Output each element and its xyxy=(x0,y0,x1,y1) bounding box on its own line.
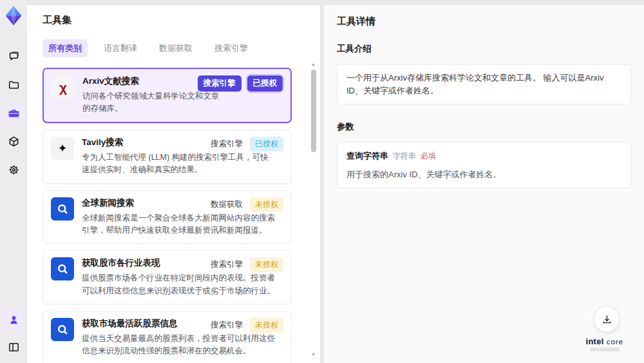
category-badge: 搜索引擎 xyxy=(209,137,244,152)
scroll-up-icon[interactable]: ▲ xyxy=(311,62,316,67)
tool-description: 提供当天交易量最高的股票列表，投资者可以利用这些信息来识别流动性强的股票和潜在的… xyxy=(82,333,275,358)
intro-section-title: 工具介绍 xyxy=(337,43,631,55)
scroll-down-icon[interactable]: ▼ xyxy=(311,352,316,357)
param-description: 用于搜索的Arxiv ID、关键字或作者姓名。 xyxy=(346,168,621,181)
gear-icon xyxy=(8,164,20,176)
auth-status-badge: 未授权 xyxy=(250,257,283,272)
category-tab[interactable]: 语言翻译 xyxy=(98,39,143,57)
param-required-badge: 必填 xyxy=(421,150,436,162)
sidebar-item-panel[interactable] xyxy=(4,337,23,357)
cube-icon xyxy=(8,135,20,148)
category-badge: 搜索引擎 xyxy=(209,257,244,272)
tool-description: 提供股票市场各个行业在特定时间段内的表现。投资者可以利用这些信息来识别表现优于或… xyxy=(82,272,275,297)
tool-description: 专为人工智能代理 (LLM) 构建的搜索引擎工具，可快速提供实时、准确和真实的结… xyxy=(82,152,275,177)
category-tab[interactable]: 所有类别 xyxy=(43,39,88,57)
user-icon xyxy=(8,314,20,326)
sidebar-item-gear[interactable] xyxy=(4,160,23,179)
sidebar-item-briefcase[interactable] xyxy=(4,103,23,123)
sidebar-item-cube[interactable] xyxy=(4,132,23,151)
params-section-title: 参数 xyxy=(337,121,631,133)
scroll-thumb[interactable] xyxy=(311,70,316,152)
detail-title: 工具详情 xyxy=(337,15,631,28)
folder-icon xyxy=(8,79,20,91)
tool-list-item[interactable]: χ Arxiv文献搜索 访问各个研究领域大量科学论文和文章的存储库。 搜索引擎 … xyxy=(43,68,292,123)
intel-core-logo: intel core xyxy=(585,337,623,351)
page-title: 工具集 xyxy=(43,14,305,26)
chat-icon xyxy=(8,50,20,63)
left-sidebar xyxy=(0,0,27,363)
category-tab[interactable]: 数据获取 xyxy=(153,39,198,57)
download-icon xyxy=(601,314,612,325)
brand-subline xyxy=(590,348,620,351)
download-button[interactable] xyxy=(594,306,620,332)
category-badge: 数据获取 xyxy=(209,197,244,212)
scroll-track[interactable] xyxy=(311,67,316,352)
app-logo-icon[interactable] xyxy=(4,5,23,26)
tool-list-panel: 工具集 所有类别语言翻译数据获取搜索引擎 χ Arxiv文献搜索 访问各个研究领… xyxy=(27,5,320,363)
tool-detail-panel: 工具详情 工具介绍 一个用于从Arxiv存储库搜索科学论文和文章的工具。 输入可… xyxy=(324,5,644,363)
sidebar-item-folder[interactable] xyxy=(4,75,23,94)
param-box: 查询字符串 字符串 必填 用于搜索的Arxiv ID、关键字或作者姓名。 xyxy=(337,142,631,188)
sidebar-item-chat[interactable] xyxy=(4,46,23,66)
tool-list: χ Arxiv文献搜索 访问各个研究领域大量科学论文和文章的存储库。 搜索引擎 … xyxy=(43,68,305,363)
category-badge: 搜索引擎 xyxy=(209,318,244,333)
auth-status-badge: 未授权 xyxy=(250,318,283,333)
brand-intel: intel xyxy=(585,337,603,346)
tool-list-item[interactable]: 获取市场最活跃股票信息 提供当天交易量最高的股票列表，投资者可以利用这些信息来识… xyxy=(43,311,292,363)
sidebar-item-user[interactable] xyxy=(4,310,23,329)
blue-search-icon xyxy=(51,318,74,341)
param-type: 字符串 xyxy=(393,150,416,162)
scrollbar[interactable]: ▲ ▼ xyxy=(310,62,316,357)
arxiv-icon: χ xyxy=(52,75,75,99)
category-tab[interactable]: 搜索引擎 xyxy=(209,39,254,57)
panel-icon xyxy=(8,341,20,353)
auth-status-badge: 已授权 xyxy=(250,137,283,152)
briefcase-icon xyxy=(8,107,20,119)
blue-search-icon xyxy=(51,197,74,221)
tool-list-item[interactable]: 全球新闻搜索 全球新闻搜索是一个聚合全球各大新闻网站内容的搜索引擎，帮助用户快速… xyxy=(43,190,292,244)
category-badge: 搜索引擎 xyxy=(198,75,242,92)
tool-description: 访问各个研究领域大量科学论文和文章的存储库。 xyxy=(82,90,224,115)
param-name: 查询字符串 xyxy=(346,150,388,162)
auth-status-badge: 已授权 xyxy=(247,75,283,92)
tool-list-item[interactable]: ✦ Tavily搜索 专为人工智能代理 (LLM) 构建的搜索引擎工具，可快速提… xyxy=(43,130,292,184)
category-tabs: 所有类别语言翻译数据获取搜索引擎 xyxy=(43,39,305,57)
auth-status-badge: 未授权 xyxy=(250,197,283,212)
blue-search-icon xyxy=(51,257,74,280)
sparkle-icon: ✦ xyxy=(51,137,74,160)
tool-description: 全球新闻搜索是一个聚合全球各大新闻网站内容的搜索引擎，帮助用户快速获取全球最新资… xyxy=(82,212,275,237)
tool-list-item[interactable]: 获取股市各行业表现 提供股票市场各个行业在特定时间段内的表现。投资者可以利用这些… xyxy=(43,250,292,304)
brand-core: core xyxy=(607,338,623,346)
tool-intro-box: 一个用于从Arxiv存储库搜索科学论文和文章的工具。 输入可以是Arxiv ID… xyxy=(337,64,631,104)
